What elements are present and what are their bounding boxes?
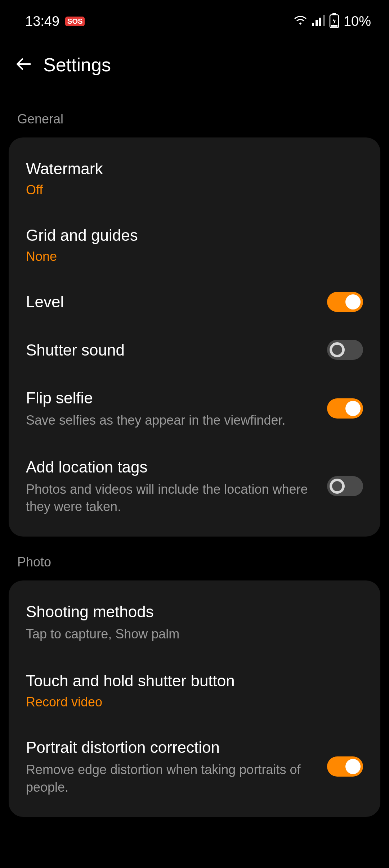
setting-shutter-sound-title: Shutter sound — [26, 340, 320, 360]
setting-location-tags-title: Add location tags — [26, 457, 320, 477]
sos-badge: SOS — [65, 17, 85, 26]
battery-icon — [329, 13, 339, 29]
toggle-level[interactable] — [327, 292, 363, 312]
setting-shooting-methods[interactable]: Shooting methods Tap to capture, Show pa… — [9, 588, 380, 657]
setting-flip-selfie[interactable]: Flip selfie Save selfies as they appear … — [9, 374, 380, 443]
svg-rect-3 — [323, 15, 325, 26]
back-arrow-icon[interactable] — [14, 55, 33, 75]
setting-watermark-title: Watermark — [26, 158, 356, 179]
toggle-shutter-sound[interactable] — [327, 340, 363, 360]
toggle-flip-selfie[interactable] — [327, 398, 363, 419]
setting-level-title: Level — [26, 291, 320, 312]
setting-portrait-distortion[interactable]: Portrait distortion correction Remove ed… — [9, 723, 380, 810]
section-label-general: General — [0, 94, 389, 137]
general-card: Watermark Off Grid and guides None Level… — [9, 137, 380, 537]
photo-card: Shooting methods Tap to capture, Show pa… — [9, 580, 380, 817]
toggle-location-tags[interactable] — [327, 476, 363, 496]
svg-rect-6 — [331, 25, 337, 27]
setting-shooting-methods-title: Shooting methods — [26, 601, 356, 622]
setting-level[interactable]: Level — [9, 278, 380, 326]
toggle-portrait-distortion[interactable] — [327, 756, 363, 777]
setting-grid-guides[interactable]: Grid and guides None — [9, 211, 380, 278]
setting-shooting-methods-desc: Tap to capture, Show palm — [26, 625, 356, 643]
setting-flip-selfie-title: Flip selfie — [26, 388, 320, 408]
setting-shutter-sound[interactable]: Shutter sound — [9, 326, 380, 374]
setting-grid-guides-value: None — [26, 249, 356, 264]
setting-location-tags[interactable]: Add location tags Photos and videos will… — [9, 443, 380, 529]
svg-rect-1 — [316, 20, 318, 26]
status-right: 10% — [293, 13, 371, 29]
signal-icon — [312, 15, 325, 28]
svg-rect-2 — [319, 18, 321, 26]
status-bar: 13:49 SOS 10% — [0, 0, 389, 40]
section-label-photo: Photo — [0, 537, 389, 580]
setting-watermark-value: Off — [26, 182, 356, 198]
wifi-icon — [293, 15, 308, 28]
setting-flip-selfie-desc: Save selfies as they appear in the viewf… — [26, 412, 320, 429]
page-header: Settings — [0, 40, 389, 94]
battery-percent: 10% — [344, 14, 371, 29]
setting-portrait-distortion-title: Portrait distortion correction — [26, 737, 320, 758]
setting-portrait-distortion-desc: Remove edge distortion when taking portr… — [26, 761, 320, 796]
setting-touch-hold-value: Record video — [26, 695, 356, 710]
svg-rect-0 — [312, 23, 314, 26]
setting-grid-guides-title: Grid and guides — [26, 225, 356, 245]
page-title: Settings — [43, 54, 111, 76]
setting-location-tags-desc: Photos and videos will include the locat… — [26, 481, 320, 516]
status-time: 13:49 — [25, 14, 59, 29]
status-left: 13:49 SOS — [25, 14, 85, 29]
setting-watermark[interactable]: Watermark Off — [9, 145, 380, 211]
setting-touch-hold-shutter[interactable]: Touch and hold shutter button Record vid… — [9, 657, 380, 723]
setting-touch-hold-title: Touch and hold shutter button — [26, 670, 356, 691]
